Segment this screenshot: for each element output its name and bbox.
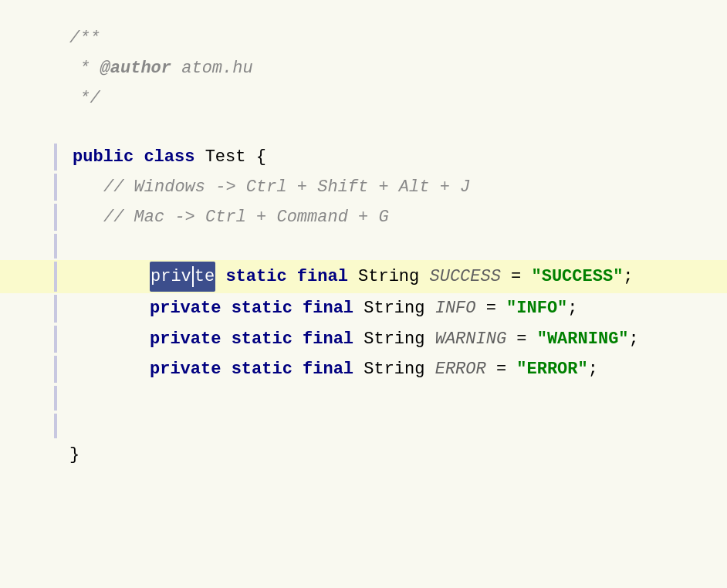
class-name: Test { <box>194 144 265 171</box>
line-2: * @author atom.hu <box>0 53 727 83</box>
code-editor: /** * @author atom.hu */ public class Te… <box>0 0 727 493</box>
line-13 <box>0 384 727 412</box>
line-15: } <box>0 440 727 470</box>
keyword-static-2: static <box>232 295 292 322</box>
line-5: public class Test { <box>0 142 727 172</box>
line-content-10: private static final String INFO = "INFO… <box>57 295 578 322</box>
keyword-final-3: final <box>303 326 353 353</box>
line-6: // Windows -> Ctrl + Shift + Alt + J <box>0 172 727 202</box>
line-content-12: private static final String ERROR = "ERR… <box>57 356 598 383</box>
line-content-1: /** <box>54 25 100 52</box>
line-10: private static final String INFO = "INFO… <box>0 293 727 323</box>
comment-mac: // Mac -> Ctrl + Command + G <box>103 204 389 231</box>
left-border-8 <box>54 234 57 259</box>
javadoc-star: * <box>69 55 100 82</box>
selected-private: privte <box>150 262 215 292</box>
javadoc-tag: @author <box>100 55 171 82</box>
string-info: "INFO" <box>506 295 567 322</box>
line-content-9: privte static final String SUCCESS = "SU… <box>57 262 634 292</box>
keyword-private-2: private <box>150 295 221 322</box>
varname-success: SUCCESS <box>429 263 500 290</box>
line-12: private static final String ERROR = "ERR… <box>0 354 727 384</box>
javadoc-open: /** <box>69 25 100 52</box>
keyword-final: final <box>297 263 348 290</box>
keyword-static-3: static <box>232 326 292 353</box>
left-border-14 <box>54 414 57 438</box>
line-content-7: // Mac -> Ctrl + Command + G <box>57 204 389 231</box>
line-content-11: private static final String WARNING = "W… <box>57 326 639 353</box>
varname-info: INFO <box>435 295 476 322</box>
javadoc-close: */ <box>69 85 100 112</box>
keyword-public: public <box>73 144 134 171</box>
line-8 <box>0 232 727 260</box>
string-error: "ERROR" <box>516 356 587 383</box>
comment-windows: // Windows -> Ctrl + Shift + Alt + J <box>103 174 470 201</box>
keyword-private-4: private <box>150 356 221 383</box>
keyword-static-4: static <box>232 356 292 383</box>
line-3: */ <box>0 83 727 113</box>
varname-warning: WARNING <box>435 326 506 353</box>
keyword-class: class <box>144 144 194 171</box>
line-content-5: public class Test { <box>57 144 266 171</box>
line-14 <box>0 412 727 440</box>
keyword-static: static <box>225 263 286 290</box>
line-4 <box>0 114 727 142</box>
left-border-13 <box>54 386 57 411</box>
javadoc-author-value: atom.hu <box>171 55 253 82</box>
line-content-2: * @author atom.hu <box>54 55 253 82</box>
keyword-private-3: private <box>150 326 221 353</box>
line-11: private static final String WARNING = "W… <box>0 324 727 354</box>
line-7: // Mac -> Ctrl + Command + G <box>0 202 727 232</box>
line-content-3: */ <box>54 85 100 112</box>
keyword-final-2: final <box>303 295 353 322</box>
varname-error: ERROR <box>435 356 486 383</box>
line-content-15: } <box>54 441 79 468</box>
line-1: /** <box>0 23 727 53</box>
keyword-final-4: final <box>303 356 353 383</box>
string-success: "SUCCESS" <box>532 263 624 290</box>
line-9-highlighted: privte static final String SUCCESS = "SU… <box>0 260 727 293</box>
string-warning: "WARNING" <box>537 326 629 353</box>
closing-brace: } <box>69 441 79 468</box>
line-content-6: // Windows -> Ctrl + Shift + Alt + J <box>57 174 470 201</box>
